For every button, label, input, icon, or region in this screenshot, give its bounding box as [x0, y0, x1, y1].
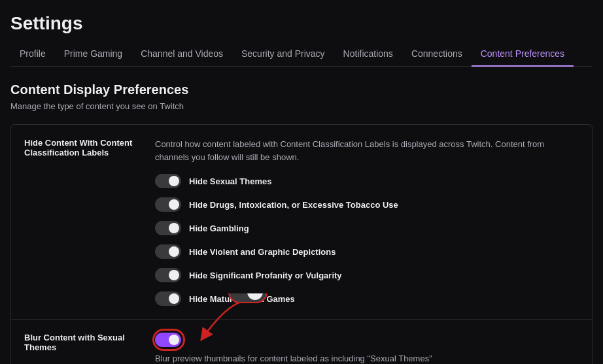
hide-violent-label: Hide Violent and Graphic Depictions	[189, 247, 336, 257]
nav-tab-channel-videos[interactable]: Channel and Videos	[131, 42, 232, 67]
hide-ccl-content: Control how content labeled with Content…	[155, 138, 579, 306]
toggle-item-hide-violent: Hide Violent and Graphic Depictions	[155, 244, 579, 259]
section-title: Content Display Preferences	[10, 82, 593, 97]
toggles-list: Hide Sexual ThemesHide Drugs, Intoxicati…	[155, 174, 579, 306]
hide-mature-toggle[interactable]	[155, 291, 181, 306]
hide-violent-toggle[interactable]	[155, 244, 181, 259]
annotation-arrow	[191, 293, 269, 346]
nav-tab-connections[interactable]: Connections	[402, 42, 472, 67]
blur-sexual-content: Blur preview thumbnails for content labe…	[155, 333, 579, 364]
section-subtitle: Manage the type of content you see on Tw…	[10, 101, 593, 111]
hide-ccl-description: Control how content labeled with Content…	[155, 138, 579, 163]
nav-tab-notifications[interactable]: Notifications	[334, 42, 402, 67]
page-title: Settings	[10, 13, 593, 34]
nav-tabs: ProfilePrime GamingChannel and VideosSec…	[10, 42, 593, 67]
hide-drugs-toggle[interactable]	[155, 197, 181, 212]
hide-sexual-toggle[interactable]	[155, 174, 181, 188]
hide-gambling-label: Hide Gambling	[189, 223, 249, 233]
hide-profanity-label: Hide Significant Profanity or Vulgarity	[189, 271, 342, 280]
nav-tab-security-privacy[interactable]: Security and Privacy	[232, 42, 334, 67]
hide-profanity-toggle[interactable]	[155, 268, 181, 282]
hide-ccl-label: Hide Content With Content Classification…	[24, 138, 155, 306]
settings-card: Hide Content With Content Classification…	[10, 124, 593, 364]
blur-sexual-toggle[interactable]	[155, 333, 181, 347]
blur-sexual-description: Blur preview thumbnails for content labe…	[155, 352, 579, 364]
hide-ccl-row: Hide Content With Content Classification…	[11, 125, 592, 320]
blur-sexual-label: Blur Content with Sexual Themes	[24, 333, 155, 352]
toggle-item-hide-sexual: Hide Sexual Themes	[155, 174, 579, 188]
blur-sexual-row: Blur Content with Sexual Themes	[11, 320, 592, 364]
hide-gambling-toggle[interactable]	[155, 221, 181, 235]
toggle-item-hide-gambling: Hide Gambling	[155, 221, 579, 235]
content-area: Content Display Preferences Manage the t…	[0, 67, 603, 364]
hide-sexual-label: Hide Sexual Themes	[189, 176, 271, 186]
nav-tab-content-preferences[interactable]: Content Preferences	[472, 42, 574, 67]
nav-tab-profile[interactable]: Profile	[10, 42, 55, 67]
toggle-item-hide-profanity: Hide Significant Profanity or Vulgarity	[155, 268, 579, 282]
toggle-item-hide-drugs: Hide Drugs, Intoxication, or Excessive T…	[155, 197, 579, 212]
page-header: Settings ProfilePrime GamingChannel and …	[0, 0, 603, 67]
nav-tab-prime-gaming[interactable]: Prime Gaming	[55, 42, 131, 67]
hide-drugs-label: Hide Drugs, Intoxication, or Excessive T…	[189, 200, 398, 210]
